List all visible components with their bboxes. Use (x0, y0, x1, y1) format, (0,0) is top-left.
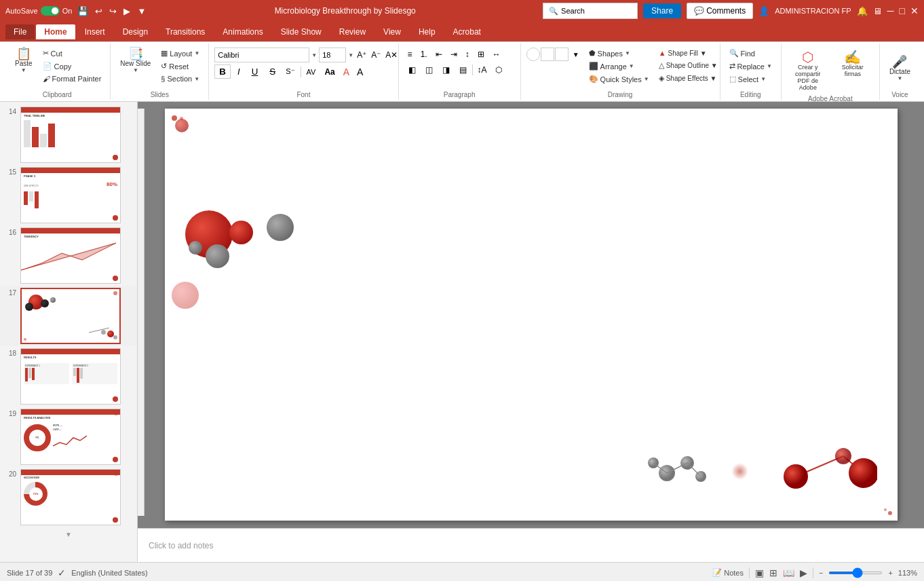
underline-button[interactable]: U (247, 64, 263, 79)
italic-button[interactable]: I (233, 64, 245, 79)
clear-format-button[interactable]: A✕ (384, 49, 399, 61)
cut-button[interactable]: ✂ Cut (39, 48, 105, 59)
decrease-indent-button[interactable]: ⇤ (432, 48, 446, 61)
spell-check-icon[interactable]: ✓ (58, 567, 66, 578)
convert-to-smartart-button[interactable]: ⬡ (492, 63, 505, 77)
dictate-button[interactable]: 🎤 Dictate ▼ (885, 48, 915, 90)
slide-sorter-button[interactable]: ⊞ (769, 567, 777, 578)
increase-indent-button[interactable]: ⇥ (447, 48, 461, 61)
minimize-button[interactable]: ─ (887, 5, 894, 16)
shape-oval[interactable] (526, 48, 540, 61)
shapes-button[interactable]: ⬟ Shapes ▼ (585, 48, 653, 59)
justify-button[interactable]: ▤ (455, 63, 471, 77)
zoom-in-button[interactable]: + (888, 569, 892, 577)
comments-button[interactable]: 💬 Comments (687, 3, 753, 19)
tab-file[interactable]: File (5, 24, 35, 39)
font-size-input[interactable] (319, 48, 346, 62)
normal-view-button[interactable]: ▣ (755, 567, 764, 578)
strikethrough-button[interactable]: S (265, 64, 280, 79)
tab-slideshow[interactable]: Slide Show (273, 24, 330, 39)
shapes-more-button[interactable]: ▼ (569, 48, 583, 61)
slide-item-14[interactable]: 14 TRIAL TIMELINE (0, 105, 137, 165)
customize-icon[interactable]: ▼ (136, 5, 147, 18)
save-icon[interactable]: 💾 (76, 5, 90, 18)
reading-view-button[interactable]: 📖 (783, 567, 794, 578)
copy-button[interactable]: 📄 Copy (39, 60, 105, 72)
request-sign-button[interactable]: ✍ Solicitar firmas (832, 48, 874, 80)
language[interactable]: English (United States) (71, 569, 148, 577)
select-button[interactable]: ⬚ Select ▼ (726, 73, 775, 85)
slide-item-15[interactable]: 15 PHASE 3 80% SIDE EFFECTS (0, 165, 137, 225)
tab-design[interactable]: Design (115, 24, 156, 39)
quick-styles-button[interactable]: 🎨 Quick Styles ▼ (585, 73, 653, 85)
zoom-level[interactable]: 113% (898, 569, 917, 577)
slide-item-19[interactable]: 19 RESULTS ANALYSIS PIE WCPN ---- LIVER … (0, 407, 137, 467)
display-icon[interactable]: 🖥 (873, 6, 882, 16)
reset-button[interactable]: ↺ Reset (157, 60, 203, 72)
tab-acrobat[interactable]: Acrobat (445, 24, 489, 39)
font-color-button[interactable]: A (341, 65, 352, 79)
notifications-icon[interactable]: 🔔 (857, 6, 868, 16)
notes-button[interactable]: 📝 Notes (712, 568, 744, 577)
notes-area[interactable]: Click to add notes (138, 528, 924, 562)
tab-help[interactable]: Help (410, 24, 444, 39)
shape-outline-button[interactable]: △ Shape Outline ▼ (655, 60, 721, 71)
align-right-button[interactable]: ◨ (438, 63, 454, 77)
create-pdf-button[interactable]: ⬡ Crear y compartir PDF de Adobe (787, 48, 829, 94)
tab-animations[interactable]: Animations (214, 24, 271, 39)
align-center-button[interactable]: ◫ (421, 63, 437, 77)
align-left-button[interactable]: ◧ (404, 63, 420, 77)
close-button[interactable]: ✕ (910, 5, 919, 16)
shape-rect[interactable] (541, 48, 554, 61)
tab-review[interactable]: Review (331, 24, 374, 39)
increase-font-button[interactable]: A⁺ (355, 49, 368, 61)
bold-button[interactable]: B (214, 64, 231, 79)
character-spacing-button[interactable]: AV (303, 66, 320, 78)
layout-button[interactable]: ▦ Layout ▼ (157, 48, 203, 59)
find-button[interactable]: 🔍 Find (726, 48, 775, 59)
replace-button[interactable]: ⇄ Replace ▼ (726, 60, 775, 72)
shape-line[interactable] (555, 48, 569, 61)
shape-fill-button[interactable]: ▲ Shape Fill ▼ (655, 48, 721, 58)
maximize-button[interactable]: □ (900, 5, 905, 16)
rtl-button[interactable]: ↔ (489, 48, 504, 61)
slide-item-20[interactable]: 20 SUCCESS RATE 75% (0, 467, 137, 527)
zoom-slider[interactable] (828, 571, 883, 574)
line-spacing-button[interactable]: ↕ (462, 48, 473, 61)
tab-view[interactable]: View (375, 24, 409, 39)
user-avatar[interactable]: 👤 (758, 6, 769, 16)
shadow-button[interactable]: S⁻ (282, 65, 298, 78)
redo-icon[interactable]: ↪ (108, 5, 118, 18)
autosave-pill[interactable] (41, 6, 60, 16)
slide-item-16[interactable]: 16 TENDENCY (0, 225, 137, 286)
arrange-button[interactable]: ⬛ Arrange ▼ (585, 60, 653, 72)
tab-transitions[interactable]: Transitions (157, 24, 213, 39)
autosave-toggle[interactable]: AutoSave On (5, 6, 72, 16)
new-slide-button[interactable]: 📑 New Slide ▼ (116, 45, 155, 76)
slide-item-18[interactable]: 18 RESULTS EXPERIMENT 1 EXPERIMENT 2 (0, 346, 137, 407)
share-button[interactable]: Share (643, 3, 681, 18)
slideshow-button[interactable]: ▶ (800, 567, 807, 578)
vertical-scrollbar[interactable] (138, 109, 145, 516)
decrease-font-button[interactable]: A⁻ (370, 49, 382, 61)
canvas-area[interactable] (138, 102, 924, 528)
paste-button[interactable]: 📋 Paste ▼ (9, 45, 38, 76)
text-direction-button[interactable]: ↕A (474, 63, 490, 77)
undo-icon[interactable]: ↩ (94, 5, 104, 18)
numbering-button[interactable]: 1. (417, 48, 431, 61)
columns-button[interactable]: ⊞ (474, 48, 488, 61)
bullets-button[interactable]: ≡ (404, 48, 416, 61)
font-name-caret[interactable]: ▼ (311, 52, 317, 58)
section-button[interactable]: § Section ▼ (157, 73, 203, 84)
format-painter-button[interactable]: 🖌 Format Painter (39, 73, 105, 84)
zoom-out-button[interactable]: − (819, 569, 823, 577)
font-size-caret[interactable]: ▼ (348, 52, 353, 58)
present-icon[interactable]: ▶ (122, 5, 132, 18)
font-name-input[interactable] (214, 48, 309, 62)
shape-effects-button[interactable]: ◈ Shape Effects ▼ (655, 73, 721, 84)
tab-home[interactable]: Home (36, 24, 75, 39)
highlight-button[interactable]: A (354, 65, 366, 79)
search-box[interactable]: 🔍 Search (543, 3, 638, 19)
change-case-button[interactable]: Aa (321, 65, 338, 79)
tab-insert[interactable]: Insert (77, 24, 113, 39)
